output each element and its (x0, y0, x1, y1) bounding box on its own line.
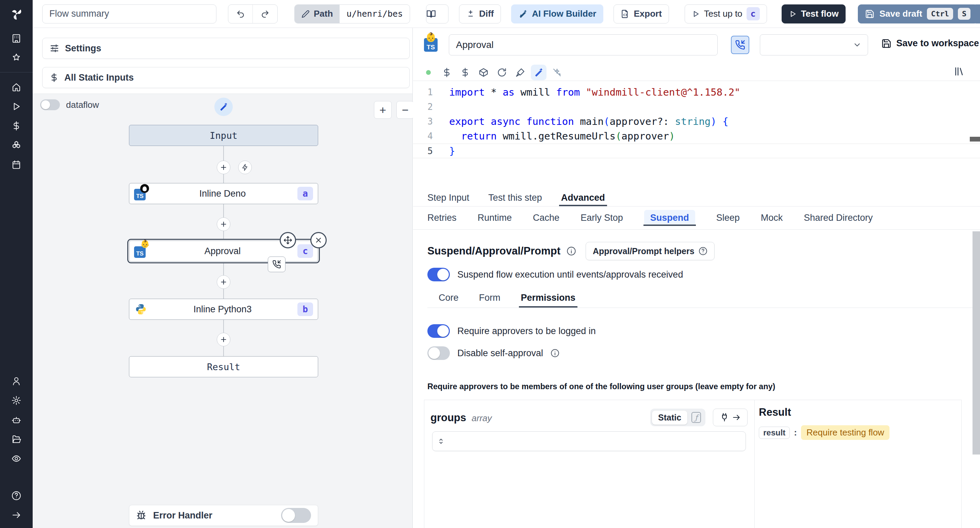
editor-toolbar-paintbrush-icon[interactable] (512, 65, 528, 80)
tab-test-this-step[interactable]: Test this step (488, 189, 542, 206)
advanced-tab-suspend[interactable]: Suspend (644, 210, 695, 226)
book-open-icon (426, 9, 436, 19)
expression-mode-button[interactable]: ƒ (689, 410, 704, 425)
advanced-tab-runtime[interactable]: Runtime (478, 213, 512, 223)
code-scrollbar-thumb[interactable] (970, 137, 980, 142)
ai-step-wand-button[interactable] (215, 98, 233, 116)
sidebar-play-icon[interactable] (0, 97, 33, 116)
step-title-input[interactable]: Approval (449, 34, 718, 56)
add-step-button[interactable] (217, 275, 231, 289)
groups-field-name: groups (430, 412, 466, 424)
add-step-button[interactable] (217, 217, 231, 231)
path-value[interactable]: u/henri/bes (340, 5, 410, 23)
code-line-2[interactable]: 2 (413, 100, 980, 114)
ai-flow-builder-button[interactable]: AI Flow Builder (511, 5, 603, 24)
graph-node-inline-deno[interactable]: TS Inline Deno a (129, 183, 318, 204)
info-icon[interactable] (550, 349, 559, 358)
test-flow-button[interactable]: Test flow (782, 5, 846, 24)
sidebar-star-icon[interactable] (0, 48, 33, 67)
library-icon[interactable] (953, 66, 964, 77)
redo-button[interactable] (253, 5, 277, 23)
add-step-button[interactable] (217, 161, 231, 174)
sidebar-eye-icon[interactable] (0, 449, 33, 468)
test-up-to-button[interactable]: Test up to c (685, 5, 767, 24)
zoom-in-button[interactable]: + (374, 101, 392, 119)
editor-toolbar-dollar-icon[interactable] (457, 65, 473, 80)
groups-array-input[interactable] (432, 431, 746, 451)
tab-step-input[interactable]: Step Input (427, 189, 469, 206)
save-to-workspace-button[interactable]: Save to workspace (881, 38, 979, 49)
sidebar-help-icon[interactable] (0, 486, 33, 505)
sidebar-boxes-icon[interactable] (0, 135, 33, 155)
add-trigger-button[interactable] (238, 161, 252, 174)
sidebar-home-icon[interactable] (0, 77, 33, 97)
code-line-1[interactable]: 1import * as wmill from "windmill-client… (413, 85, 980, 100)
advanced-tabs: RetriesRuntimeCacheEarly StopSuspendSlee… (413, 207, 980, 230)
graph-node-input[interactable]: Input (129, 125, 318, 146)
sidebar-gear-icon[interactable] (0, 391, 33, 410)
suspend-tab-form[interactable]: Form (479, 288, 501, 307)
deploy-button-partial[interactable] (972, 5, 980, 24)
error-handler-toggle[interactable] (281, 508, 311, 523)
editor-toolbar-status-dot-icon[interactable] (421, 65, 436, 80)
editor-toolbar-wand-icon[interactable] (531, 65, 546, 80)
code-line-4[interactable]: 4 return wmill.getResumeUrls(approver) (413, 129, 980, 143)
flow-canvas[interactable]: dataflow + − Input TS Inline Deno a TS👶 … (33, 94, 412, 528)
panel-scrollbar-thumb[interactable] (972, 231, 980, 455)
delete-step-button[interactable] (310, 232, 327, 248)
docs-button[interactable] (426, 5, 449, 24)
info-icon[interactable] (566, 246, 576, 256)
flow-settings-button[interactable]: Settings (42, 38, 410, 59)
graph-node-approval-selected[interactable]: TS👶 Approval c (129, 240, 318, 262)
advanced-tab-sleep[interactable]: Sleep (716, 213, 740, 223)
flow-summary-input[interactable]: Flow summary (42, 5, 216, 24)
require-logged-in-toggle[interactable] (427, 324, 450, 338)
result-key-chip[interactable]: result (759, 426, 790, 439)
dataflow-toggle[interactable] (40, 99, 60, 110)
suspend-toggle[interactable] (427, 268, 450, 281)
export-button[interactable]: Export (614, 5, 669, 24)
windmill-logo-icon[interactable] (7, 5, 25, 23)
suspend-tab-core[interactable]: Core (439, 288, 459, 307)
advanced-tab-cache[interactable]: Cache (533, 213, 559, 223)
save-draft-button[interactable]: Save draft Ctrl S (858, 5, 978, 24)
advanced-tab-early-stop[interactable]: Early Stop (581, 213, 623, 223)
sidebar-folder-icon[interactable] (0, 429, 33, 449)
disable-self-approval-toggle[interactable] (427, 346, 450, 360)
all-static-inputs-button[interactable]: All Static Inputs (42, 67, 410, 88)
tab-advanced[interactable]: Advanced (561, 189, 605, 206)
sidebar-user-icon[interactable] (0, 371, 33, 391)
arrow-right-icon (732, 413, 741, 422)
connect-input-button[interactable] (713, 409, 748, 426)
zoom-out-button[interactable]: − (396, 101, 414, 119)
editor-toolbar-sparkles-off-icon[interactable] (549, 65, 565, 80)
approval-prompt-helpers-button[interactable]: Approval/Prompt helpers (585, 242, 714, 260)
sidebar-arrow-right-icon[interactable] (0, 505, 33, 525)
graph-node-inline-python3[interactable]: Inline Python3 b (129, 299, 318, 320)
editor-toolbar-rotate-icon[interactable] (494, 65, 510, 80)
advanced-tab-retries[interactable]: Retries (427, 213, 457, 223)
static-mode-button[interactable]: Static (652, 410, 687, 425)
code-editor[interactable]: 1import * as wmill from "windmill-client… (413, 81, 980, 188)
sidebar-dollar-icon[interactable] (0, 116, 33, 135)
suspend-indicator-button[interactable] (731, 36, 749, 54)
editor-toolbar-dollar-icon[interactable] (439, 65, 455, 80)
advanced-tab-shared-directory[interactable]: Shared Directory (804, 213, 873, 223)
line-number: 2 (413, 100, 433, 114)
undo-button[interactable] (228, 5, 253, 23)
graph-node-result[interactable]: Result (129, 356, 318, 377)
sidebar-bot-icon[interactable] (0, 410, 33, 429)
script-version-select[interactable] (760, 34, 868, 56)
advanced-tab-mock[interactable]: Mock (761, 213, 783, 223)
kbd-ctrl: Ctrl (927, 8, 953, 20)
suspend-tab-permissions[interactable]: Permissions (521, 288, 576, 307)
sidebar-building-icon[interactable] (0, 29, 33, 48)
sidebar-calendar-icon[interactable] (0, 155, 33, 174)
diff-button[interactable]: Diff (459, 5, 501, 24)
code-line-3[interactable]: 3export async function main(approver?: s… (413, 114, 980, 129)
editor-toolbar-package-icon[interactable] (476, 65, 492, 80)
path-button[interactable]: Path (295, 5, 340, 23)
move-step-button[interactable] (280, 232, 296, 248)
code-line-5[interactable]: 5} (413, 143, 980, 158)
add-step-button[interactable] (217, 333, 231, 346)
